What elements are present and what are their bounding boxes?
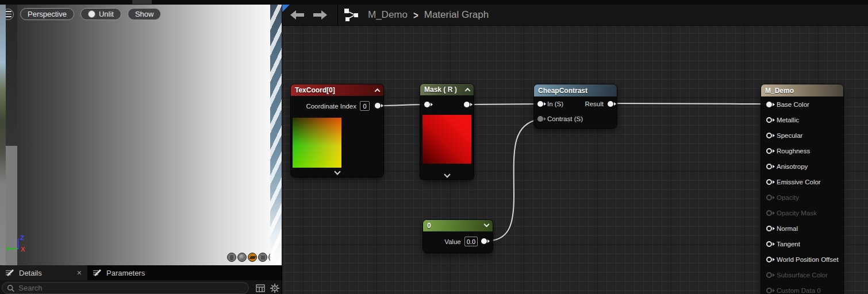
material-pin-list: Base ColorMetallicSpecularRoughnessAniso… — [761, 96, 843, 294]
pin-mask-output[interactable] — [464, 102, 470, 107]
shape-cube-button[interactable] — [258, 253, 267, 262]
shape-sphere-button[interactable] — [237, 253, 247, 262]
material-pin-row: Emissive Color — [761, 174, 843, 189]
collapse-chevron-icon[interactable] — [465, 87, 471, 93]
pin-texcoord-output[interactable] — [375, 103, 381, 109]
node-cheapcontrast[interactable]: CheapContrast In (S) Result Contrast (S) — [534, 84, 617, 128]
node-texcoord-header[interactable]: TexCoord[0] — [291, 84, 383, 96]
graph-header-bar: M_Demo > Material Graph — [282, 5, 868, 26]
show-label: Show — [135, 10, 154, 18]
node-scalar-constant[interactable]: 0 Value 0.0 — [423, 220, 493, 253]
graph-icon — [344, 8, 359, 22]
expand-preview-chevron-icon[interactable] — [444, 171, 450, 177]
material-pin-label: Normal — [777, 225, 798, 232]
material-pin-row: World Position Offset — [761, 252, 843, 267]
z-axis-line — [18, 238, 19, 249]
pin-result[interactable] — [608, 101, 613, 107]
shape-cylinder-button[interactable] — [227, 253, 236, 262]
show-button[interactable]: Show — [128, 8, 162, 20]
x-axis-label: X — [21, 246, 25, 253]
in-s-label: In (S) — [547, 100, 563, 107]
expand-preview-chevron-icon[interactable] — [334, 168, 340, 175]
search-input[interactable] — [18, 284, 244, 292]
pin-metallic[interactable] — [766, 117, 772, 123]
background-scene-sliver-mid — [270, 5, 282, 265]
material-pin-label: World Position Offset — [777, 256, 839, 263]
back-arrow-icon[interactable] — [290, 10, 304, 20]
material-pin-label: Tangent — [777, 241, 800, 247]
shape-plane-button[interactable] — [248, 253, 257, 262]
search-box[interactable] — [2, 282, 249, 294]
pin-normal[interactable] — [766, 226, 772, 231]
cheapcontrast-row-in: In (S) Result — [534, 100, 617, 107]
mask-pin-row — [420, 102, 474, 107]
node-scalar-header[interactable]: 0 — [423, 220, 493, 231]
pin-scalar-output[interactable] — [481, 238, 487, 244]
tab-parameters[interactable]: Parameters — [87, 265, 151, 280]
pin-opacity[interactable] — [766, 195, 772, 200]
z-axis-label: Z — [20, 234, 24, 241]
node-material-header[interactable]: M_Demo — [761, 84, 843, 96]
pin-emissive-color[interactable] — [766, 179, 772, 185]
pin-contrast-s[interactable] — [537, 116, 543, 122]
viewport-left-shade-top — [6, 5, 17, 146]
material-preview-viewport[interactable]: Perspective Unlit Show Z X — [6, 5, 270, 265]
material-graph-canvas[interactable]: TexCoord[0] Coordinate Index 0 Mask ( R … — [282, 5, 868, 294]
wire-result-to-basecolor — [610, 103, 769, 104]
pin-roughness[interactable] — [766, 148, 772, 154]
material-pin-label: Opacity — [777, 194, 799, 201]
preview-shape-buttons — [227, 252, 270, 262]
node-texcoord[interactable]: TexCoord[0] Coordinate Index 0 — [291, 84, 383, 177]
viewport-menu-icon[interactable] — [6, 9, 14, 20]
details-tab-bar: Details × Parameters — [0, 265, 282, 280]
collapse-chevron-icon[interactable] — [484, 221, 490, 227]
pin-base-color[interactable] — [766, 102, 772, 107]
pin-mask-input[interactable] — [424, 102, 430, 107]
material-pin-label: Opacity Mask — [777, 210, 817, 216]
tab-close-icon[interactable]: × — [77, 269, 82, 277]
unlit-button[interactable]: Unlit — [80, 8, 121, 20]
pin-in-s[interactable] — [537, 101, 543, 107]
collapse-chevron-icon[interactable] — [375, 88, 381, 94]
top-strip-highlight — [132, 0, 152, 4]
material-pin-row: Specular — [761, 127, 843, 143]
mask-preview-image — [423, 115, 471, 164]
material-pin-row: Opacity — [761, 189, 843, 205]
details-pencil-icon — [6, 269, 15, 277]
window-top-strip — [0, 0, 868, 5]
pin-world-position-offset[interactable] — [766, 257, 772, 262]
node-mask-header[interactable]: Mask ( R ) — [420, 84, 474, 95]
breadcrumb-asset-name[interactable]: M_Demo — [368, 9, 408, 21]
scalar-value-field[interactable]: 0.0 — [464, 237, 478, 246]
node-scalar-title: 0 — [427, 222, 431, 230]
tab-details[interactable]: Details × — [0, 265, 87, 280]
node-texcoord-title: TexCoord[0] — [295, 86, 335, 94]
breadcrumb-graph-name: Material Graph — [424, 9, 489, 21]
wire-mask-to-contrast — [465, 104, 540, 105]
cylinder-icon — [230, 255, 233, 260]
forward-arrow-icon[interactable] — [313, 10, 327, 20]
details-panel: Details × Parameters — [0, 265, 282, 294]
settings-gear-icon[interactable] — [270, 284, 279, 293]
coordinate-index-field[interactable]: 0 — [360, 101, 370, 111]
pin-opacity-mask[interactable] — [766, 210, 772, 216]
pin-specular[interactable] — [766, 133, 772, 138]
pin-subsurface-color[interactable] — [766, 272, 772, 278]
pin-anisotropy[interactable] — [766, 164, 772, 169]
material-pin-row: Opacity Mask — [761, 205, 843, 220]
perspective-button[interactable]: Perspective — [20, 8, 74, 20]
sphere-icon — [239, 254, 245, 260]
pin-custom-data-0[interactable] — [766, 288, 772, 293]
node-cheapcontrast-header[interactable]: CheapContrast — [534, 84, 617, 96]
node-mask[interactable]: Mask ( R ) — [420, 84, 474, 180]
display-filter-table-icon[interactable] — [256, 284, 265, 292]
plane-icon — [249, 256, 256, 259]
background-scene-sliver-left — [0, 5, 6, 294]
toolbar-separator — [337, 5, 338, 26]
contrast-s-label: Contrast (S) — [547, 115, 583, 122]
cube-icon — [261, 256, 265, 260]
result-label: Result — [585, 100, 604, 107]
node-material-result[interactable]: M_Demo Base ColorMetallicSpecularRoughne… — [761, 84, 843, 294]
viewport-toolbar: Perspective Unlit Show — [7, 8, 161, 20]
pin-tangent[interactable] — [766, 241, 772, 247]
